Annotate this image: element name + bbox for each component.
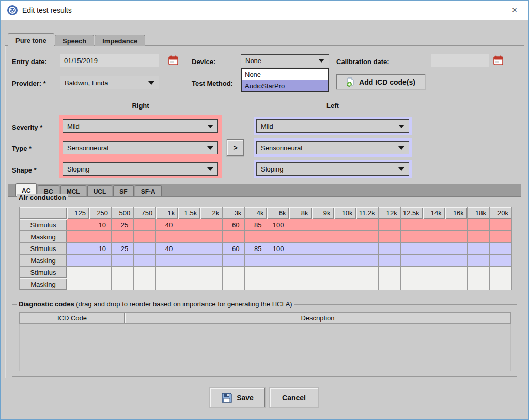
audiogram-cell[interactable] — [489, 219, 511, 231]
audiogram-cell[interactable] — [378, 267, 400, 278]
audiogram-cell[interactable] — [356, 267, 378, 278]
audiogram-cell[interactable] — [467, 255, 489, 267]
audiogram-cell[interactable] — [289, 231, 312, 243]
audiogram-cell[interactable] — [334, 231, 356, 243]
audiogram-cell[interactable] — [289, 278, 312, 290]
icd-code-column-header[interactable]: ICD Code — [19, 312, 125, 324]
audiogram-cell[interactable] — [356, 231, 378, 243]
audiogram-cell[interactable] — [400, 278, 423, 290]
right-shape-combobox[interactable]: Sloping — [63, 162, 218, 176]
audiogram-cell[interactable] — [312, 267, 334, 278]
audiogram-cell[interactable] — [200, 255, 223, 267]
description-column-header[interactable]: Description — [125, 312, 511, 324]
audiogram-cell[interactable] — [89, 267, 112, 278]
audiogram-cell[interactable] — [178, 255, 200, 267]
audiogram-cell[interactable] — [200, 219, 223, 231]
audiogram-cell[interactable] — [489, 267, 511, 278]
audiogram-cell[interactable] — [134, 219, 156, 231]
calibration-calendar-icon[interactable] — [493, 55, 504, 66]
audiogram-cell[interactable] — [200, 278, 223, 290]
audiogram-cell[interactable] — [445, 255, 467, 267]
audiogram-cell[interactable] — [223, 267, 245, 278]
audiogram-cell[interactable]: 40 — [156, 243, 178, 255]
audiogram-cell[interactable] — [400, 255, 423, 267]
audiogram-cell[interactable] — [112, 231, 134, 243]
device-option-none[interactable]: None — [242, 69, 328, 80]
audiogram-cell[interactable] — [112, 278, 134, 290]
audiogram-cell[interactable]: 100 — [267, 243, 289, 255]
audiogram-cell[interactable] — [334, 219, 356, 231]
close-icon[interactable]: × — [507, 5, 522, 15]
audiogram-cell[interactable] — [378, 278, 400, 290]
audiogram-cell[interactable]: 100 — [267, 219, 289, 231]
audiogram-cell[interactable]: 85 — [245, 219, 267, 231]
audiogram-cell[interactable] — [289, 255, 312, 267]
calibration-date-field[interactable] — [431, 54, 489, 67]
right-type-combobox[interactable]: Sensorineural — [63, 141, 218, 154]
entry-date-field[interactable] — [60, 54, 159, 67]
audiogram-cell[interactable] — [400, 267, 423, 278]
audiogram-cell[interactable] — [312, 219, 334, 231]
audiogram-cell[interactable] — [445, 278, 467, 290]
tab-sf-a[interactable]: SF-A — [135, 185, 162, 196]
audiogram-cell[interactable] — [156, 267, 178, 278]
audiogram-cell[interactable] — [400, 231, 423, 243]
left-severity-combobox[interactable]: Mild — [256, 119, 409, 133]
cancel-button[interactable]: Cancel — [270, 388, 318, 407]
audiogram-cell[interactable] — [467, 231, 489, 243]
left-shape-combobox[interactable]: Sloping — [256, 162, 409, 176]
audiogram-cell[interactable] — [445, 219, 467, 231]
audiogram-cell[interactable] — [67, 243, 89, 255]
device-option-audiostarpro[interactable]: AudioStarPro — [242, 80, 328, 91]
audiogram-cell[interactable] — [400, 219, 423, 231]
audiogram-cell[interactable] — [223, 278, 245, 290]
audiogram-cell[interactable] — [112, 255, 134, 267]
audiogram-cell[interactable] — [467, 243, 489, 255]
tab-pure-tone[interactable]: Pure tone — [8, 33, 54, 46]
audiogram-cell[interactable] — [378, 231, 400, 243]
audiogram-cell[interactable] — [400, 243, 423, 255]
left-type-combobox[interactable]: Sensorineural — [256, 141, 409, 154]
audiogram-cell[interactable] — [134, 267, 156, 278]
audiogram-cell[interactable] — [67, 278, 89, 290]
audiogram-cell[interactable] — [445, 243, 467, 255]
audiogram-cell[interactable] — [489, 278, 511, 290]
audiogram-cell[interactable] — [334, 243, 356, 255]
audiogram-cell[interactable] — [467, 219, 489, 231]
copy-right-to-left-button[interactable]: > — [227, 139, 244, 156]
audiogram-cell[interactable] — [423, 231, 445, 243]
audiogram-cell[interactable] — [423, 267, 445, 278]
audiogram-cell[interactable] — [467, 267, 489, 278]
audiogram-cell[interactable] — [356, 243, 378, 255]
audiogram-cell[interactable] — [245, 278, 267, 290]
audiogram-cell[interactable] — [178, 278, 200, 290]
audiogram-cell[interactable]: 60 — [223, 219, 245, 231]
audiogram-cell[interactable] — [156, 231, 178, 243]
audiogram-cell[interactable] — [423, 219, 445, 231]
audiogram-cell[interactable]: 10 — [89, 219, 112, 231]
add-icd-codes-button[interactable]: Add ICD code(s) — [336, 74, 425, 89]
audiogram-cell[interactable] — [312, 231, 334, 243]
tab-sf[interactable]: SF — [113, 185, 133, 196]
audiogram-cell[interactable] — [156, 278, 178, 290]
audiogram-cell[interactable] — [245, 267, 267, 278]
audiogram-cell[interactable] — [378, 219, 400, 231]
audiogram-cell[interactable] — [423, 278, 445, 290]
tab-ucl[interactable]: UCL — [87, 185, 113, 196]
audiogram-cell[interactable] — [89, 278, 112, 290]
audiogram-cell[interactable] — [312, 278, 334, 290]
audiogram-cell[interactable] — [289, 243, 312, 255]
save-button[interactable]: Save — [210, 388, 265, 407]
audiogram-cell[interactable] — [334, 267, 356, 278]
audiogram-cell[interactable] — [489, 255, 511, 267]
audiogram-cell[interactable] — [67, 219, 89, 231]
audiogram-cell[interactable] — [223, 255, 245, 267]
audiogram-cell[interactable] — [267, 255, 289, 267]
audiogram-cell[interactable] — [312, 255, 334, 267]
audiogram-cell[interactable]: 25 — [112, 219, 134, 231]
audiogram-cell[interactable] — [423, 243, 445, 255]
audiogram-cell[interactable] — [178, 243, 200, 255]
audiogram-cell[interactable] — [378, 255, 400, 267]
audiogram-cell[interactable]: 60 — [223, 243, 245, 255]
audiogram-cell[interactable] — [312, 243, 334, 255]
